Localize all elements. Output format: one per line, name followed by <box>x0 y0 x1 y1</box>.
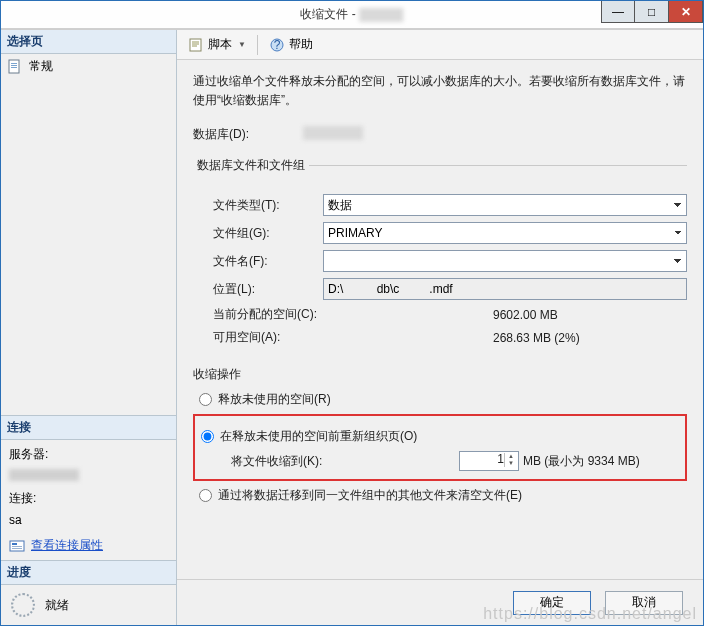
server-value-redacted <box>9 469 79 481</box>
cancel-button[interactable]: 取消 <box>605 591 683 615</box>
filename-select[interactable] <box>323 250 687 272</box>
progress-spinner-icon <box>11 593 35 617</box>
fieldset-legend: 数据库文件和文件组 <box>193 157 309 174</box>
progress-header: 进度 <box>1 561 176 585</box>
help-button[interactable]: ? 帮助 <box>262 33 320 57</box>
progress-status: 就绪 <box>45 597 69 614</box>
svg-rect-0 <box>9 60 19 73</box>
database-label: 数据库(D): <box>193 126 303 143</box>
filegroup-label: 文件组(G): <box>213 225 323 242</box>
svg-rect-5 <box>12 543 17 545</box>
chevron-down-icon: ▼ <box>238 40 246 49</box>
filename-label: 文件名(F): <box>213 253 323 270</box>
ok-button[interactable]: 确定 <box>513 591 591 615</box>
svg-rect-8 <box>190 39 201 51</box>
svg-rect-3 <box>11 67 17 68</box>
radio-reorganize-pages[interactable] <box>201 430 214 443</box>
radio-empty-label: 通过将数据迁移到同一文件组中的其他文件来清空文件(E) <box>218 487 522 504</box>
radio-reorganize-row[interactable]: 在释放未使用的空间前重新组织页(O) <box>201 428 679 445</box>
connection-header: 连接 <box>1 416 176 440</box>
close-button[interactable]: ✕ <box>669 1 703 23</box>
help-icon: ? <box>269 37 285 53</box>
svg-rect-6 <box>12 546 22 547</box>
file-type-label: 文件类型(T): <box>213 197 323 214</box>
window-title: 收缩文件 - <box>300 6 403 23</box>
radio-release-unused[interactable] <box>199 393 212 406</box>
filegroup-select[interactable]: PRIMARY <box>323 222 687 244</box>
radio-release-row[interactable]: 释放未使用的空间(R) <box>193 391 687 408</box>
connection-label: 连接: <box>9 490 168 507</box>
left-pane: 选择页 常规 连接 服务器: 连接: sa <box>1 30 177 625</box>
shrink-to-suffix: MB (最小为 9334 MB) <box>523 453 640 470</box>
highlighted-option: 在释放未使用的空间前重新组织页(O) 将文件收缩到(K): 1 MB (最小为 … <box>193 414 687 481</box>
radio-empty-row[interactable]: 通过将数据迁移到同一文件组中的其他文件来清空文件(E) <box>193 487 687 504</box>
minimize-button[interactable]: — <box>601 1 635 23</box>
radio-release-label: 释放未使用的空间(R) <box>218 391 331 408</box>
properties-icon <box>9 538 25 554</box>
server-label: 服务器: <box>9 446 168 463</box>
svg-rect-7 <box>12 548 22 549</box>
page-icon <box>7 59 23 75</box>
location-label: 位置(L): <box>213 281 323 298</box>
allocated-space-value: 9602.00 MB <box>493 308 673 322</box>
toolbar-separator <box>257 35 258 55</box>
file-type-select[interactable]: 数据 <box>323 194 687 216</box>
title-bar[interactable]: 收缩文件 - — □ ✕ <box>1 1 703 29</box>
select-page-header: 选择页 <box>1 30 176 54</box>
sidebar-item-label: 常规 <box>29 58 53 75</box>
radio-reorganize-label: 在释放未使用的空间前重新组织页(O) <box>220 428 417 445</box>
dialog-footer: 确定 取消 https://blog.csdn.net/angel <box>177 579 703 625</box>
svg-rect-1 <box>11 63 17 64</box>
location-input[interactable] <box>323 278 687 300</box>
shrink-file-dialog: 收缩文件 - — □ ✕ 选择页 常规 连接 服务器: 连接 <box>0 0 704 626</box>
allocated-space-label: 当前分配的空间(C): <box>213 306 343 323</box>
shrink-action-title: 收缩操作 <box>193 366 687 383</box>
radio-empty-file[interactable] <box>199 489 212 502</box>
script-icon <box>188 37 204 53</box>
file-and-filegroup-fieldset: 数据库文件和文件组 文件类型(T): 数据 文件组(G): PRIMARY 文件… <box>193 157 687 352</box>
database-value-redacted <box>303 126 363 140</box>
available-space-value: 268.63 MB (2%) <box>493 331 673 345</box>
shrink-to-spinner[interactable]: 1 <box>459 451 519 471</box>
svg-text:?: ? <box>274 38 281 52</box>
view-connection-properties-link[interactable]: 查看连接属性 <box>31 537 103 554</box>
description-text: 通过收缩单个文件释放未分配的空间，可以减小数据库的大小。若要收缩所有数据库文件，… <box>193 72 687 110</box>
script-button[interactable]: 脚本 ▼ <box>181 33 253 57</box>
sidebar-item-general[interactable]: 常规 <box>1 54 176 79</box>
svg-rect-2 <box>11 65 17 66</box>
maximize-button[interactable]: □ <box>635 1 669 23</box>
connection-user: sa <box>9 513 168 527</box>
window-controls: — □ ✕ <box>601 1 703 23</box>
right-pane: 脚本 ▼ ? 帮助 通过收缩单个文件释放未分配的空间，可以减小数据库的大小。若要… <box>177 30 703 625</box>
toolbar: 脚本 ▼ ? 帮助 <box>177 30 703 60</box>
available-space-label: 可用空间(A): <box>213 329 343 346</box>
shrink-to-label: 将文件收缩到(K): <box>231 453 351 470</box>
